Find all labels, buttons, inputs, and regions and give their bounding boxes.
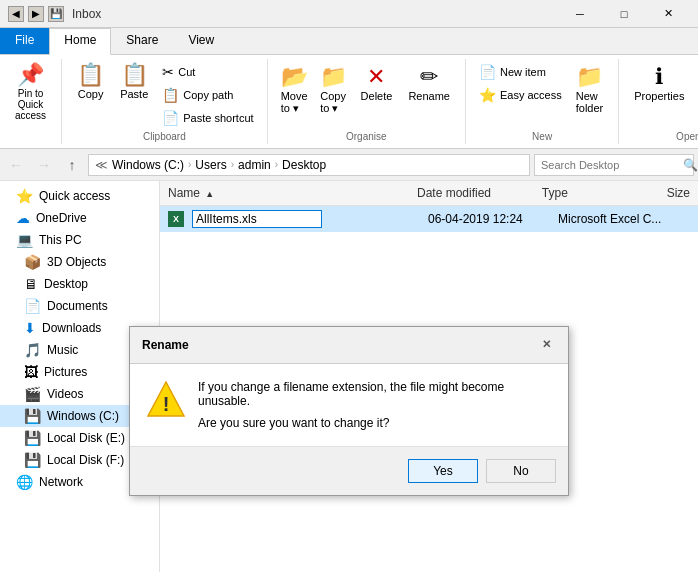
ribbon-group-new: 📄 New item ⭐ Easy access 📁 New folder Ne… <box>466 59 619 144</box>
copy-to-button[interactable]: 📁 Copyto ▾ <box>315 61 352 118</box>
dialog-no-button[interactable]: No <box>486 459 556 483</box>
back-button[interactable]: ← <box>4 153 28 177</box>
title-back-icon[interactable]: ◀ <box>8 6 24 22</box>
breadcrumb-part-1[interactable]: Windows (C:) <box>112 158 184 172</box>
paste-button[interactable]: 📋 Paste <box>113 61 155 103</box>
up-button[interactable]: ↑ <box>60 153 84 177</box>
copy-label: Copy <box>78 88 104 100</box>
pin-to-quick-access-button[interactable]: 📌 Pin to Quickaccess <box>8 61 53 124</box>
dialog-messages: If you change a filename extension, the … <box>198 380 552 430</box>
paste-shortcut-button[interactable]: 📄 Paste shortcut <box>157 107 258 129</box>
tab-share[interactable]: Share <box>111 28 173 54</box>
cut-button[interactable]: ✂ Cut <box>157 61 258 83</box>
forward-button[interactable]: → <box>32 153 56 177</box>
dialog-content: ! If you change a filename extension, th… <box>146 380 552 430</box>
breadcrumb-separator: ≪ <box>95 158 108 172</box>
paste-shortcut-label: Paste shortcut <box>183 112 253 124</box>
new-folder-button[interactable]: 📁 New folder <box>569 61 611 117</box>
minimize-button[interactable]: ─ <box>558 0 602 28</box>
breadcrumb-part-4[interactable]: Desktop <box>282 158 326 172</box>
ribbon-tabs: File Home Share View <box>0 28 698 54</box>
dialog-title: Rename <box>142 338 189 352</box>
ribbon-group-open: ℹ Properties 📂 Op... ✏ Edi... 🕐 His... <box>619 59 698 144</box>
move-to-icon: 📂 <box>281 64 308 90</box>
easy-access-label: Easy access <box>500 89 562 101</box>
new-label: New <box>532 131 552 142</box>
tab-home[interactable]: Home <box>49 28 111 55</box>
move-to-button[interactable]: 📂 Moveto ▾ <box>276 61 313 118</box>
tab-file[interactable]: File <box>0 28 49 54</box>
dialog-title-bar: Rename ✕ <box>130 327 568 364</box>
copy-icon: 📋 <box>77 64 104 86</box>
delete-button[interactable]: ✕ Delete <box>354 61 400 105</box>
pin-label: Pin to Quickaccess <box>15 88 46 121</box>
organise-label: Organise <box>346 131 387 142</box>
ribbon-content: 📌 Pin to Quickaccess 📋 Copy 📋 Paste ✂ <box>0 54 698 148</box>
close-button[interactable]: ✕ <box>646 0 690 28</box>
main-area: ⭐ Quick access ☁ OneDrive 💻 This PC 📦 3D… <box>0 181 698 572</box>
copy-to-icon: 📁 <box>320 64 347 90</box>
new-item-icon: 📄 <box>479 64 496 80</box>
organise-group-items: 📂 Moveto ▾ 📁 Copyto ▾ ✕ Delete ✏ Re <box>276 61 457 129</box>
rename-icon: ✏ <box>420 64 438 90</box>
search-input[interactable] <box>541 159 679 171</box>
edit-button[interactable]: ✏ Edi... <box>693 84 698 106</box>
search-box[interactable]: 🔍 <box>534 154 694 176</box>
new-item-label: New item <box>500 66 546 78</box>
breadcrumb-sep-3: › <box>275 159 278 170</box>
dialog-yes-button[interactable]: Yes <box>408 459 478 483</box>
dialog-close-button[interactable]: ✕ <box>536 335 556 355</box>
clipboard-group-items: 📋 Copy 📋 Paste ✂ Cut 📋 Copy path <box>70 61 258 129</box>
maximize-button[interactable]: □ <box>602 0 646 28</box>
ribbon-group-organise: 📂 Moveto ▾ 📁 Copyto ▾ ✕ Delete ✏ Re <box>268 59 466 144</box>
dialog-buttons: Yes No <box>130 446 568 495</box>
open-small-btns: 📂 Op... ✏ Edi... 🕐 His... <box>693 61 698 129</box>
new-item-button[interactable]: 📄 New item <box>474 61 567 83</box>
easy-access-icon: ⭐ <box>479 87 496 103</box>
dialog-message-1: If you change a filename extension, the … <box>198 380 552 408</box>
new-group-items: 📄 New item ⭐ Easy access 📁 New folder <box>474 61 610 129</box>
breadcrumb-sep-2: › <box>231 159 234 170</box>
copy-path-button[interactable]: 📋 Copy path <box>157 84 258 106</box>
properties-label: Properties <box>634 90 684 102</box>
rename-label: Rename <box>408 90 450 102</box>
breadcrumb[interactable]: ≪ Windows (C:) › Users › admin › Desktop <box>88 154 530 176</box>
title-forward-icon[interactable]: ▶ <box>28 6 44 22</box>
rename-button[interactable]: ✏ Rename <box>401 61 457 105</box>
open-group-items: ℹ Properties 📂 Op... ✏ Edi... 🕐 His... <box>627 61 698 129</box>
tab-view[interactable]: View <box>173 28 229 54</box>
pin-group-items: 📌 Pin to Quickaccess <box>8 61 53 142</box>
history-button[interactable]: 🕐 His... <box>693 107 698 129</box>
clipboard-small-btns: ✂ Cut 📋 Copy path 📄 Paste shortcut <box>157 61 258 129</box>
rename-dialog: Rename ✕ ! If you change a filename exte… <box>129 326 569 496</box>
breadcrumb-sep-1: › <box>188 159 191 170</box>
properties-button[interactable]: ℹ Properties <box>627 61 691 105</box>
ribbon-group-clipboard: 📋 Copy 📋 Paste ✂ Cut 📋 Copy path <box>62 59 267 144</box>
title-bar-controls: ─ □ ✕ <box>558 0 690 28</box>
paste-label: Paste <box>120 88 148 100</box>
pin-icon: 📌 <box>17 64 44 86</box>
breadcrumb-part-2[interactable]: Users <box>195 158 226 172</box>
open-button[interactable]: 📂 Op... <box>693 61 698 83</box>
open-label: Open <box>676 131 698 142</box>
breadcrumb-part-3[interactable]: admin <box>238 158 271 172</box>
search-icon: 🔍 <box>683 158 698 172</box>
delete-label: Delete <box>361 90 393 102</box>
move-to-label: Moveto ▾ <box>281 90 308 115</box>
svg-text:!: ! <box>163 393 170 415</box>
new-folder-label: New folder <box>576 90 604 114</box>
copy-path-label: Copy path <box>183 89 233 101</box>
copy-button[interactable]: 📋 Copy <box>70 61 111 103</box>
new-small-btns: 📄 New item ⭐ Easy access <box>474 61 567 106</box>
dialog-overlay: Rename ✕ ! If you change a filename exte… <box>0 181 698 572</box>
title-bar: ◀ ▶ 💾 Inbox ─ □ ✕ <box>0 0 698 28</box>
title-bar-title: Inbox <box>72 7 101 21</box>
cut-icon: ✂ <box>162 64 174 80</box>
copy-path-icon: 📋 <box>162 87 179 103</box>
delete-icon: ✕ <box>367 64 385 90</box>
dialog-body: ! If you change a filename extension, th… <box>130 364 568 446</box>
title-save-icon[interactable]: 💾 <box>48 6 64 22</box>
warning-icon: ! <box>146 380 186 420</box>
easy-access-button[interactable]: ⭐ Easy access <box>474 84 567 106</box>
cut-label: Cut <box>178 66 195 78</box>
